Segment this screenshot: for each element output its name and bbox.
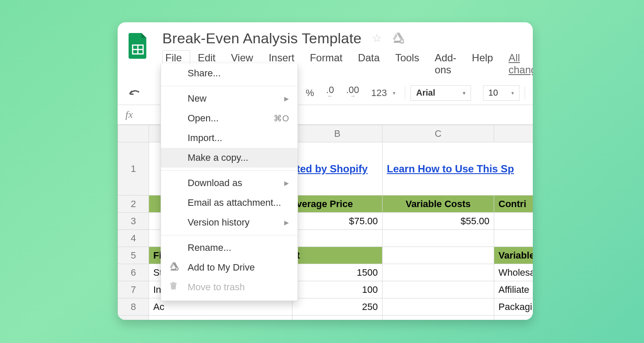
menu-item-label: Version history <box>188 217 284 228</box>
font-family-dropdown[interactable]: Arial▾ <box>410 85 471 101</box>
decrease-decimal-label: .0 <box>326 87 334 93</box>
table-row: 9 <box>118 316 533 320</box>
cell[interactable]: 1500 <box>292 264 383 281</box>
menu-item-rename[interactable]: Rename... <box>161 238 298 258</box>
increase-decimal-button[interactable]: .00→ <box>342 86 364 100</box>
cell[interactable]: $55.00 <box>383 213 494 230</box>
menu-item-label: Make a copy... <box>188 152 289 163</box>
row-header-4[interactable]: 4 <box>118 230 149 247</box>
menu-item-move-to-trash: Move to trash <box>161 277 298 297</box>
row-header-9[interactable]: 9 <box>118 316 149 320</box>
menu-item-label: Import... <box>188 132 289 144</box>
row-header-7[interactable]: 7 <box>118 281 149 298</box>
undo-button[interactable] <box>124 87 145 99</box>
sheets-window: Break-Even Analysis Template ☆ File Edit… <box>118 22 533 320</box>
all-changes-link[interactable]: All changes <box>508 50 533 81</box>
cell[interactable] <box>383 298 494 316</box>
cell[interactable]: Variable Costs <box>383 196 494 213</box>
cell[interactable]: Contri <box>494 196 533 213</box>
select-all-corner[interactable] <box>118 125 149 142</box>
cell-link[interactable]: ted by Shopify <box>292 142 383 196</box>
menu-item-label: Email as attachment... <box>188 197 289 208</box>
cell[interactable]: t <box>292 247 383 264</box>
row-header-1[interactable]: 1 <box>118 142 149 196</box>
menu-item-version-history[interactable]: Version history▶ <box>161 213 298 232</box>
menu-tools[interactable]: Tools <box>387 50 427 81</box>
menu-separator <box>161 170 298 171</box>
svg-rect-6 <box>172 282 175 283</box>
font-size-dropdown[interactable]: 10▾ <box>483 85 519 101</box>
menu-item-open[interactable]: Open...⌘O <box>161 108 298 128</box>
font-family-label: Arial <box>416 88 435 98</box>
number-format-dropdown[interactable]: 123 ▾ <box>367 86 400 100</box>
number-format-label: 123 <box>371 87 387 99</box>
menu-item-label: Rename... <box>188 242 289 253</box>
col-header-D[interactable] <box>494 125 533 142</box>
drive-icon <box>169 261 180 274</box>
percent-format-button[interactable]: % <box>301 86 319 100</box>
menu-help[interactable]: Help <box>464 50 501 81</box>
document-title[interactable]: Break-Even Analysis Template <box>162 30 361 47</box>
menu-item-label: Download as <box>188 178 284 189</box>
redo-button[interactable] <box>149 87 157 99</box>
cell[interactable] <box>383 230 494 247</box>
cell[interactable]: 100 <box>292 281 383 298</box>
menu-addons[interactable]: Add-ons <box>427 50 464 81</box>
increase-decimal-label: .00 <box>346 87 359 93</box>
col-header-B[interactable]: B <box>292 125 383 142</box>
submenu-caret-icon: ▶ <box>284 95 289 102</box>
file-menu-dropdown: Share... New▶ Open...⌘O Import... Make a… <box>161 63 298 301</box>
menu-item-label: Move to trash <box>188 282 289 293</box>
toolbar-separator <box>405 87 405 99</box>
cell[interactable]: verage Price <box>292 196 383 213</box>
submenu-caret-icon: ▶ <box>284 219 289 226</box>
cell[interactable]: Affiliate <box>494 281 533 298</box>
menu-item-email-attachment[interactable]: Email as attachment... <box>161 193 298 213</box>
cell[interactable]: Wholesa <box>494 264 533 281</box>
menu-separator <box>161 86 298 86</box>
row-header-5[interactable]: 5 <box>118 247 149 264</box>
menu-shortcut: ⌘O <box>273 113 289 123</box>
cell[interactable] <box>383 281 494 298</box>
menu-item-import[interactable]: Import... <box>161 128 298 148</box>
sheets-logo-icon <box>126 30 150 62</box>
toolbar-separator <box>525 87 525 99</box>
menu-item-label: New <box>188 93 284 104</box>
cell[interactable] <box>494 316 533 320</box>
menu-data[interactable]: Data <box>350 50 388 81</box>
cell[interactable] <box>149 316 292 320</box>
row-header-2[interactable]: 2 <box>118 196 149 213</box>
cell[interactable]: 250 <box>292 298 383 316</box>
cell[interactable] <box>383 316 494 320</box>
menu-separator <box>161 235 298 235</box>
decrease-decimal-button[interactable]: .0← <box>322 86 338 100</box>
cell[interactable]: Variable <box>494 247 533 264</box>
menu-item-make-copy[interactable]: Make a copy... <box>161 148 298 168</box>
cell[interactable] <box>494 213 533 230</box>
col-header-C[interactable]: C <box>383 125 494 142</box>
menu-item-label: Open... <box>188 113 273 124</box>
cell[interactable] <box>383 264 494 281</box>
menu-item-add-to-drive[interactable]: Add to My Drive <box>161 258 298 277</box>
cell[interactable] <box>292 316 383 320</box>
submenu-caret-icon: ▶ <box>284 180 289 187</box>
row-header-6[interactable]: 6 <box>118 264 149 281</box>
row-header-3[interactable]: 3 <box>118 213 149 230</box>
row-header-8[interactable]: 8 <box>118 298 149 316</box>
cell[interactable] <box>383 247 494 264</box>
cell[interactable]: Packagi <box>494 298 533 316</box>
cell[interactable] <box>292 230 383 247</box>
cell[interactable]: $75.00 <box>292 213 383 230</box>
menu-item-download-as[interactable]: Download as▶ <box>161 173 298 193</box>
drive-add-icon[interactable] <box>392 32 404 45</box>
menu-item-new[interactable]: New▶ <box>161 89 298 108</box>
menu-item-label: Share... <box>188 68 289 79</box>
menu-item-label: Add to My Drive <box>188 262 289 273</box>
star-icon[interactable]: ☆ <box>372 32 382 45</box>
trash-icon <box>169 281 180 293</box>
menu-item-share[interactable]: Share... <box>161 63 298 83</box>
cell[interactable] <box>494 230 533 247</box>
cell-link[interactable]: Learn How to Use This Sp <box>383 142 533 196</box>
fx-icon: fx <box>125 109 133 120</box>
menu-format[interactable]: Format <box>302 50 350 81</box>
